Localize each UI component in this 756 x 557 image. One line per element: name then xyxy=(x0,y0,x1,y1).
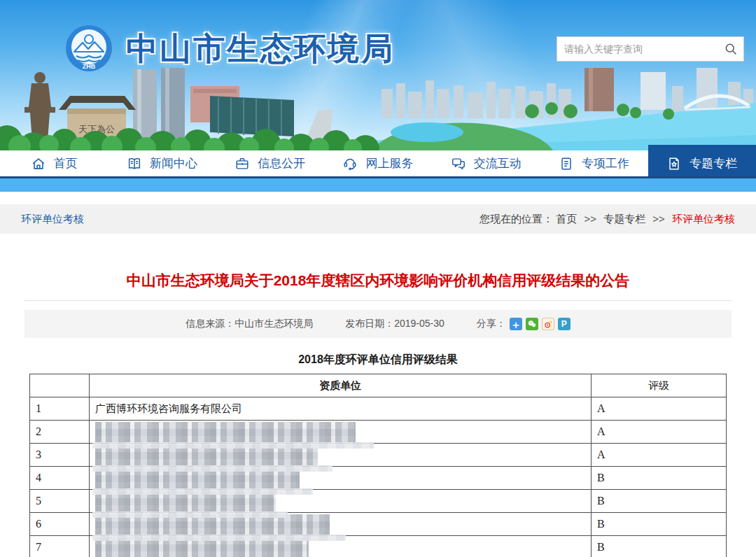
company-name: 广西博环环境咨询服务有限公司 xyxy=(95,402,242,414)
main-nav: 首页 新闻中心 信息公开 网上服务 交流互动 专项工作 专题专栏 xyxy=(0,150,756,176)
online-service-icon xyxy=(342,156,358,171)
rating-table: 资质单位 评级 1 广西博环环境咨询服务有限公司 A 2 A 3 A 4 B 5… xyxy=(29,374,727,557)
environment-bureau-emblem: ZHB xyxy=(64,24,113,73)
site-header: 天下為公 ZHB 中山市 xyxy=(0,0,756,150)
section-title: 环评单位考核 xyxy=(21,213,84,226)
company-cell: 广西博环环境咨询服务有限公司 xyxy=(90,397,592,421)
divider-line xyxy=(24,300,732,301)
svg-text:ZHB: ZHB xyxy=(83,63,96,70)
breadcrumb-current: 环评单位考核 xyxy=(672,213,735,225)
header-company: 资质单位 xyxy=(90,374,592,397)
briefcase-icon xyxy=(234,156,250,171)
news-icon xyxy=(127,156,142,171)
breadcrumb-location-label: 您现在的位置： xyxy=(479,213,553,225)
article-date: 发布日期：2019-05-30 xyxy=(345,318,444,330)
row-number: 4 xyxy=(30,467,90,490)
nav-item-special-column[interactable]: 专题专栏 xyxy=(648,145,756,176)
rating-value: A xyxy=(592,421,727,444)
nav-item-label: 交流互动 xyxy=(474,155,522,171)
rating-value: B xyxy=(592,536,727,557)
company-cell xyxy=(90,421,592,444)
row-number: 2 xyxy=(30,421,90,444)
breadcrumb-home-link[interactable]: 首页 xyxy=(556,213,577,225)
row-number: 5 xyxy=(30,490,90,513)
search-icon[interactable] xyxy=(718,37,743,61)
nav-item-interaction[interactable]: 交流互动 xyxy=(432,150,540,176)
search-input[interactable] xyxy=(557,38,718,60)
nav-item-label: 专项工作 xyxy=(582,155,629,171)
company-name-redacted xyxy=(95,422,356,442)
table-title: 2018年度环评单位信用评级结果 xyxy=(0,353,756,367)
breadcrumb-separator: >> xyxy=(584,213,596,225)
row-number: 1 xyxy=(30,397,90,421)
nav-item-label: 信息公开 xyxy=(258,155,305,171)
nav-item-label: 专题专栏 xyxy=(690,155,737,171)
nav-item-label: 网上服务 xyxy=(365,155,413,171)
article-title: 中山市生态环境局关于2018年度辖区内环境影响评价机构信用评级结果的公告 xyxy=(28,270,728,291)
rating-value: A xyxy=(592,444,727,467)
breadcrumb-section-link[interactable]: 专题专栏 xyxy=(603,213,645,225)
site-title: 中山市生态环境局 xyxy=(126,28,395,70)
breadcrumb-bar: 环评单位考核 您现在的位置： 首页 >> 专题专栏 >> 环评单位考核 xyxy=(0,204,756,234)
home-icon xyxy=(31,156,46,171)
chat-icon xyxy=(451,156,466,171)
nav-item-online-service[interactable]: 网上服务 xyxy=(324,150,432,176)
qzone-share-icon[interactable]: P xyxy=(558,318,570,330)
nav-item-info-disclosure[interactable]: 信息公开 xyxy=(216,150,324,176)
share-label: 分享： xyxy=(477,318,506,330)
table-row: 1 广西博环环境咨询服务有限公司 A xyxy=(30,397,727,421)
header-rating: 评级 xyxy=(592,374,727,397)
rating-value: B xyxy=(592,467,727,490)
row-number: 3 xyxy=(30,444,90,467)
row-number: 7 xyxy=(30,536,90,557)
table-header-row: 资质单位 评级 xyxy=(30,374,727,397)
nav-subbar xyxy=(0,178,756,192)
wechat-share-icon[interactable] xyxy=(526,318,538,330)
rating-value: B xyxy=(592,490,727,513)
rating-table-body: 1 广西博环环境咨询服务有限公司 A 2 A 3 A 4 B 5 B 6 B 7… xyxy=(30,397,727,557)
row-number: 6 xyxy=(30,513,90,536)
nav-item-label: 首页 xyxy=(54,155,78,171)
table-row: 2 A xyxy=(30,421,727,444)
breadcrumb: 您现在的位置： 首页 >> 专题专栏 >> 环评单位考核 xyxy=(479,213,735,226)
city-skyline-image: 天下為公 xyxy=(0,68,756,150)
nav-item-home[interactable]: 首页 xyxy=(0,150,108,176)
share-plus-icon[interactable]: ＋ xyxy=(510,318,522,330)
search-box xyxy=(556,36,744,62)
breadcrumb-separator: >> xyxy=(652,213,665,225)
share-bar: 分享： ＋ P xyxy=(477,318,570,330)
weibo-share-icon[interactable] xyxy=(542,318,554,330)
header-index xyxy=(30,374,90,397)
nav-item-special-work[interactable]: 专项工作 xyxy=(540,150,648,176)
article-info-bar: 信息来源：中山市生态环境局 发布日期：2019-05-30 分享： ＋ P xyxy=(24,310,732,338)
rating-value: A xyxy=(592,397,727,421)
nav-item-label: 新闻中心 xyxy=(150,155,197,171)
nav-item-news[interactable]: 新闻中心 xyxy=(108,150,216,176)
document-icon xyxy=(559,156,574,171)
article-source: 信息来源：中山市生态环境局 xyxy=(186,318,313,330)
site-logo[interactable]: ZHB xyxy=(64,24,113,73)
rating-value: B xyxy=(592,513,727,536)
star-document-icon xyxy=(666,156,682,171)
